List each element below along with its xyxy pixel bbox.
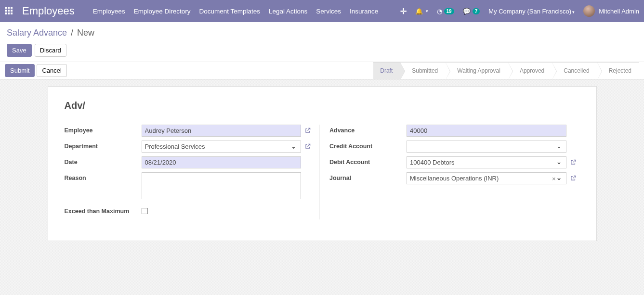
stage-cancelled[interactable]: Cancelled <box>552 62 597 79</box>
journal-field[interactable] <box>407 172 566 184</box>
stage-submitted[interactable]: Submitted <box>400 62 446 79</box>
date-label: Date <box>65 156 142 166</box>
caret-down-icon: ▾ <box>426 9 428 13</box>
nav-legal-actions[interactable]: Legal Actions <box>269 8 307 15</box>
nav-employees[interactable]: Employees <box>93 8 125 15</box>
breadcrumb-separator: / <box>71 28 73 38</box>
journal-label: Journal <box>329 172 407 181</box>
control-panel: Salary Advance / New Save Discard <box>0 22 644 62</box>
nav-insurance[interactable]: Insurance <box>350 8 378 15</box>
apps-menu-icon[interactable] <box>5 7 13 15</box>
breadcrumb-current: New <box>77 28 94 38</box>
notifications-dropdown[interactable]: 🔔▾ <box>415 8 428 15</box>
credit-account-field[interactable] <box>407 141 566 153</box>
reason-field[interactable] <box>142 172 302 199</box>
form-right-column: Advance Credit Account Debit Account <box>325 125 580 219</box>
plus-icon[interactable]: ✛ <box>400 7 407 16</box>
form-background: Adv/ Employee Department <box>0 79 644 295</box>
debit-account-field[interactable] <box>407 156 566 168</box>
department-label: Department <box>65 141 142 150</box>
main-menu: Employees Employee Directory Document Te… <box>93 8 379 15</box>
exceed-checkbox[interactable] <box>142 208 148 214</box>
clock-icon: ◔ <box>437 8 442 15</box>
reason-label: Reason <box>65 172 142 181</box>
statusbar: Submit Cancel Draft Submitted Waiting Ap… <box>0 62 644 79</box>
journal-external-link[interactable] <box>566 172 580 181</box>
company-switcher[interactable]: My Company (San Francisco)▾ <box>488 8 575 15</box>
company-label: My Company (San Francisco) <box>488 8 571 15</box>
employee-field[interactable] <box>142 125 302 137</box>
advance-field[interactable] <box>407 125 566 137</box>
user-menu[interactable]: Mitchell Admin <box>583 5 639 17</box>
external-link-icon <box>570 175 577 181</box>
stage-waiting-approval[interactable]: Waiting Approval <box>446 62 508 79</box>
record-title: Adv/ <box>65 100 580 111</box>
nav-services[interactable]: Services <box>316 8 341 15</box>
external-link-icon <box>570 159 577 166</box>
debit-external-link[interactable] <box>566 156 580 166</box>
stage-rejected[interactable]: Rejected <box>597 62 639 79</box>
user-name: Mitchell Admin <box>599 8 639 15</box>
avatar <box>583 5 595 17</box>
messages-indicator[interactable]: 💬7 <box>463 8 480 15</box>
nav-document-templates[interactable]: Document Templates <box>199 8 260 15</box>
date-field[interactable] <box>142 156 302 168</box>
submit-button[interactable]: Submit <box>5 64 35 77</box>
employee-label: Employee <box>65 125 142 134</box>
department-field[interactable] <box>142 141 302 153</box>
breadcrumb: Salary Advance / New <box>7 28 637 38</box>
exceed-label: Exceed than Maximum <box>65 205 142 215</box>
save-button[interactable]: Save <box>7 44 32 57</box>
stage-approved[interactable]: Approved <box>508 62 552 79</box>
credit-account-label: Credit Account <box>329 141 407 150</box>
form-sheet: Adv/ Employee Department <box>48 86 597 241</box>
top-nav: Employees Employees Employee Directory D… <box>0 0 644 22</box>
chat-icon: 💬 <box>463 8 471 15</box>
external-link-icon <box>304 143 311 150</box>
advance-label: Advance <box>329 125 407 134</box>
bell-icon: 🔔 <box>415 8 423 15</box>
debit-account-label: Debit Account <box>329 156 407 166</box>
cancel-button[interactable]: Cancel <box>37 64 66 77</box>
nav-employee-directory[interactable]: Employee Directory <box>134 8 191 15</box>
form-left-column: Employee Department Date <box>65 125 320 219</box>
stage-draft[interactable]: Draft <box>373 62 400 79</box>
external-link-icon <box>304 127 311 134</box>
discard-button[interactable]: Discard <box>35 44 66 57</box>
employee-external-link[interactable] <box>301 125 315 134</box>
department-external-link[interactable] <box>301 141 315 150</box>
journal-clear-icon[interactable]: × <box>552 175 556 182</box>
activities-indicator[interactable]: ◔19 <box>437 8 454 15</box>
app-title: Employees <box>22 5 75 17</box>
activities-badge: 19 <box>444 8 454 14</box>
caret-down-icon: ▾ <box>572 10 575 14</box>
breadcrumb-parent[interactable]: Salary Advance <box>7 28 67 38</box>
stage-indicator: Draft Submitted Waiting Approval Approve… <box>373 62 639 79</box>
messages-badge: 7 <box>473 8 480 14</box>
